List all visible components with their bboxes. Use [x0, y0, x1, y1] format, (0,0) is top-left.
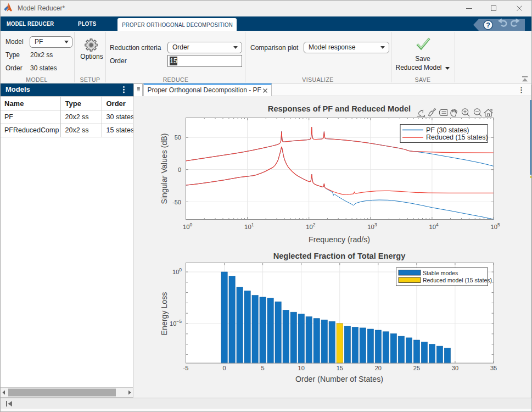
- svg-text:Responses of PF and Reduced Mo: Responses of PF and Reduced Model: [268, 104, 411, 113]
- svg-text:50: 50: [175, 134, 181, 141]
- svg-text:Reduced model (15 states): Reduced model (15 states): [423, 277, 492, 283]
- svg-text:Singular Values (dB): Singular Values (dB): [160, 133, 169, 204]
- svg-text:Neglected Fraction of Total En: Neglected Fraction of Total Energy: [273, 252, 406, 260]
- svg-text:30: 30: [452, 365, 458, 371]
- svg-text:103: 103: [367, 222, 377, 230]
- svg-text:0: 0: [223, 365, 226, 371]
- svg-text:Frequency (rad/s): Frequency (rad/s): [309, 235, 370, 244]
- svg-text:-5: -5: [183, 365, 189, 371]
- svg-text:100: 100: [183, 222, 193, 230]
- svg-text:25: 25: [413, 365, 420, 371]
- svg-text:100: 100: [172, 267, 182, 275]
- svg-text:15: 15: [337, 365, 343, 371]
- svg-text:10−5: 10−5: [170, 319, 182, 327]
- svg-text:PF (30 states): PF (30 states): [426, 126, 469, 134]
- svg-text:5: 5: [261, 365, 265, 371]
- svg-text:102: 102: [306, 222, 316, 230]
- svg-text:Reduced (15 states): Reduced (15 states): [426, 133, 488, 141]
- svg-text:104: 104: [429, 222, 439, 230]
- svg-text:Energy Loss: Energy Loss: [160, 292, 169, 336]
- svg-text:20: 20: [375, 365, 382, 371]
- svg-text:10: 10: [298, 365, 305, 371]
- svg-text:35: 35: [490, 365, 497, 371]
- svg-text:Stable modes: Stable modes: [423, 270, 458, 276]
- svg-text:105: 105: [491, 222, 501, 230]
- svg-text:?: ?: [486, 21, 490, 29]
- svg-text:Order (Number of States): Order (Number of States): [295, 375, 383, 383]
- svg-text:0: 0: [178, 166, 181, 173]
- svg-text:101: 101: [244, 222, 254, 230]
- svg-text:-50: -50: [172, 199, 181, 205]
